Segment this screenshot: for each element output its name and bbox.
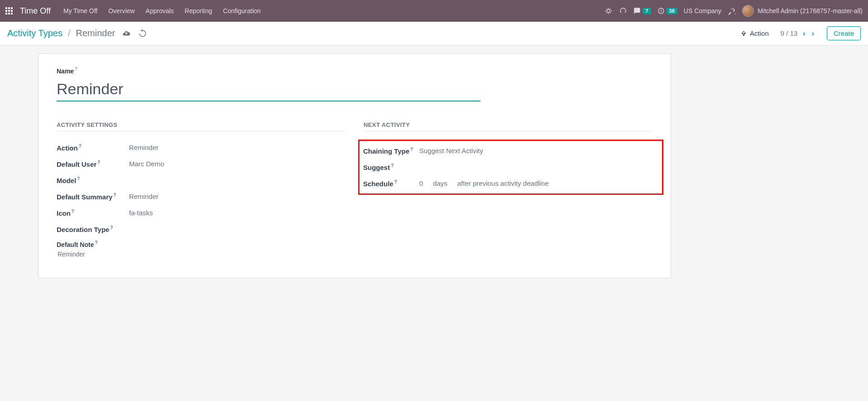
help-icon[interactable]: ? [394, 179, 397, 184]
pager-prev-icon[interactable]: ‹ [802, 29, 806, 38]
help-icon[interactable]: ? [110, 225, 113, 230]
default-summary-value[interactable]: Reminder [129, 193, 158, 200]
name-label: Name [57, 68, 74, 75]
section-title-next-activity: NEXT ACTIVITY [364, 121, 652, 131]
model-label: Model [57, 177, 76, 184]
nav-menu: My Time Off Overview Approvals Reporting… [63, 7, 261, 14]
nav-overview[interactable]: Overview [108, 7, 134, 14]
help-icon[interactable]: ? [95, 240, 97, 245]
section-title-activity-settings: ACTIVITY SETTINGS [57, 121, 345, 131]
help-icon[interactable]: ? [79, 144, 82, 149]
top-navbar: Time Off My Time Off Overview Approvals … [0, 0, 868, 22]
breadcrumb-root[interactable]: Activity Types [7, 28, 62, 39]
suggest-label: Suggest [363, 164, 390, 171]
control-bar: Activity Types / Reminder Action 9 / 13 … [0, 22, 868, 45]
help-icon[interactable]: ? [77, 176, 80, 181]
chaining-type-value[interactable]: Suggest Next Activity [419, 147, 483, 155]
default-note-value[interactable]: Reminder [57, 249, 345, 260]
breadcrumb: Activity Types / Reminder [7, 28, 147, 39]
nav-my-time-off[interactable]: My Time Off [63, 7, 97, 14]
next-activity-section: NEXT ACTIVITY Chaining Type? Suggest Nex… [364, 121, 652, 260]
help-icon[interactable]: ? [391, 163, 393, 168]
user-menu[interactable]: Mitchell Admin (21768757-master-all) [742, 5, 863, 17]
activities-icon[interactable]: 38 [657, 7, 677, 14]
help-icon[interactable]: ? [97, 160, 100, 165]
tools-icon[interactable] [728, 7, 736, 15]
user-name: Mitchell Admin (21768757-master-all) [758, 7, 863, 14]
help-icon[interactable]: ? [72, 209, 74, 214]
help-icon[interactable]: ? [410, 147, 413, 152]
nav-reporting[interactable]: Reporting [185, 7, 212, 14]
activity-settings-section: ACTIVITY SETTINGS Action? Reminder Defau… [57, 121, 345, 260]
pager: 9 / 13 ‹ › [781, 29, 815, 38]
name-input[interactable] [57, 78, 480, 101]
cloud-save-icon[interactable] [122, 29, 130, 38]
pager-next-icon[interactable]: › [811, 29, 815, 38]
breadcrumb-current: Reminder [76, 28, 115, 39]
schedule-count[interactable]: 0 [419, 179, 423, 187]
highlight-box: Chaining Type? Suggest Next Activity Sug… [358, 140, 663, 195]
help-icon[interactable]: ? [113, 193, 116, 198]
action-button[interactable]: Action [740, 29, 769, 37]
discard-icon[interactable] [139, 29, 147, 38]
bug-icon[interactable] [604, 7, 613, 15]
action-label: Action [750, 29, 769, 37]
activities-badge: 38 [667, 8, 677, 14]
breadcrumb-sep: / [68, 28, 71, 39]
pager-total: 13 [790, 29, 798, 37]
icon-label: Icon [57, 209, 71, 217]
avatar [742, 5, 754, 17]
default-summary-label: Default Summary [57, 193, 112, 201]
form-sheet: Name? ACTIVITY SETTINGS Action? Reminder… [38, 53, 671, 278]
chaining-type-label: Chaining Type [363, 147, 409, 155]
pager-current[interactable]: 9 [781, 29, 784, 37]
decoration-type-label: Decoration Type [57, 226, 109, 233]
help-icon[interactable]: ? [75, 67, 77, 72]
schedule-unit[interactable]: days [433, 179, 447, 187]
default-note-label: Default Note [57, 241, 94, 248]
messaging-icon[interactable]: 7 [633, 7, 651, 14]
nav-approvals[interactable]: Approvals [146, 7, 174, 14]
default-user-value[interactable]: Marc Demo [129, 160, 164, 168]
support-icon[interactable] [619, 7, 627, 15]
action-label: Action [57, 144, 78, 152]
action-value[interactable]: Reminder [129, 144, 158, 151]
default-user-label: Default User [57, 160, 96, 168]
icon-value[interactable]: fa-tasks [129, 209, 153, 217]
schedule-label: Schedule [363, 180, 393, 188]
svg-point-0 [607, 10, 610, 13]
create-button[interactable]: Create [827, 26, 861, 40]
nav-configuration[interactable]: Configuration [223, 7, 261, 14]
messaging-badge: 7 [643, 8, 651, 14]
company-switcher[interactable]: US Company [684, 7, 721, 14]
schedule-basis[interactable]: after previous activity deadline [457, 179, 549, 187]
apps-icon[interactable] [5, 7, 13, 14]
app-name[interactable]: Time Off [20, 6, 51, 16]
